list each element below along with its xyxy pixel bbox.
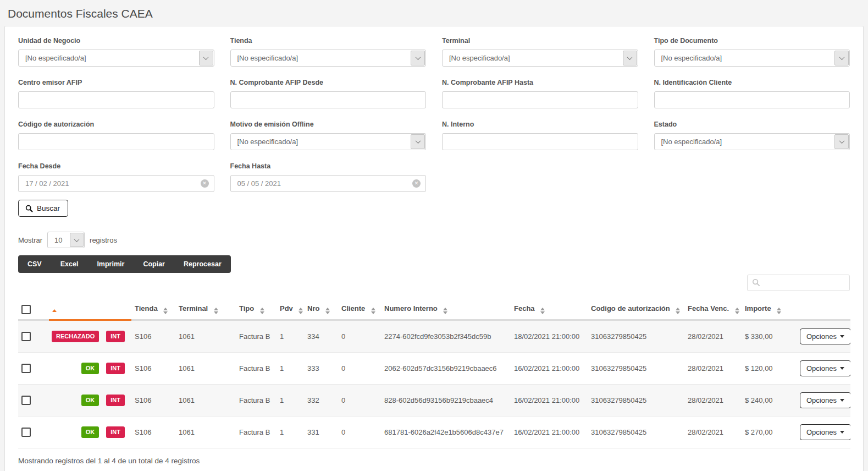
terminal-select[interactable]: [No especificado/a] xyxy=(442,50,638,67)
filter-label: N. Comprobante AFIP Desde xyxy=(230,79,427,86)
column-header-fecha-venc[interactable]: Fecha Venc. xyxy=(684,301,742,320)
cell-importe: $ 330,00 xyxy=(742,320,797,353)
motivo-offline-select[interactable]: [No especificado/a] xyxy=(230,133,427,150)
comprobante-hasta-input[interactable] xyxy=(442,91,638,108)
buscar-button[interactable]: Buscar xyxy=(18,200,68,217)
cell-terminal: 1061 xyxy=(175,320,236,353)
filter-label: Tienda xyxy=(230,37,427,45)
cell-fecha-venc: 28/02/2021 xyxy=(684,320,742,353)
cell-cliente: 0 xyxy=(338,353,381,385)
copiar-button[interactable]: Copiar xyxy=(134,255,174,273)
filter-label: Estado xyxy=(654,121,850,128)
filter-label: N. Interno xyxy=(442,121,638,128)
row-checkbox[interactable] xyxy=(21,332,31,341)
column-header-cliente[interactable]: Cliente xyxy=(338,301,381,320)
chevron-down-icon xyxy=(623,51,637,65)
column-label: Tipo xyxy=(239,304,254,313)
column-label: Codigo de autorización xyxy=(591,304,670,313)
cell-numero-interno: 2274-602fcd9fe3053b2f345dc59b xyxy=(381,320,511,353)
cell-nro: 332 xyxy=(304,385,338,417)
opciones-label: Opciones xyxy=(806,428,837,436)
imprimir-button[interactable]: Imprimir xyxy=(87,255,134,273)
table-row: OK INT S106 1061 Factura B 1 332 0 828-6… xyxy=(18,385,850,417)
caret-down-icon xyxy=(840,335,844,338)
cell-pdv: 1 xyxy=(277,385,304,417)
cell-tipo: Factura B xyxy=(236,320,277,353)
sort-icon xyxy=(298,308,303,314)
opciones-button[interactable]: Opciones xyxy=(800,360,850,376)
buscar-label: Buscar xyxy=(37,204,60,212)
cell-cliente: 0 xyxy=(338,320,381,353)
filter-estado: Estado [No especificado/a] xyxy=(654,121,850,150)
column-label: Pdv xyxy=(280,304,293,313)
opciones-button[interactable]: Opciones xyxy=(800,328,850,344)
cell-fecha-venc: 28/02/2021 xyxy=(684,353,742,385)
filter-label: N. Comprobante AFIP Hasta xyxy=(442,79,638,86)
table-search-input[interactable] xyxy=(747,275,850,291)
clear-date-icon[interactable]: ✕ xyxy=(412,179,421,188)
filter-tipo-documento: Tipo de Documento [No especificado/a] xyxy=(654,37,850,67)
column-header-codigo[interactable]: Codigo de autorización xyxy=(588,301,684,320)
length-suffix: registros xyxy=(90,236,117,244)
cell-importe: $ 240,00 xyxy=(742,385,797,417)
filter-comprobante-hasta: N. Comprobante AFIP Hasta xyxy=(442,79,638,108)
sort-icon xyxy=(260,308,264,314)
clear-date-icon[interactable]: ✕ xyxy=(201,179,209,188)
chevron-down-icon xyxy=(199,51,213,65)
select-all-checkbox[interactable] xyxy=(21,305,31,314)
select-value: [No especificado/a] xyxy=(231,138,411,146)
filter-label: Terminal xyxy=(442,37,638,45)
cell-fecha-venc: 28/02/2021 xyxy=(684,417,742,448)
column-header-pdv[interactable]: Pdv xyxy=(277,301,304,320)
origin-badge: INT xyxy=(106,426,125,438)
chevron-down-icon xyxy=(834,134,849,149)
fecha-desde-input[interactable] xyxy=(18,175,214,192)
column-label: Fecha xyxy=(514,304,535,313)
cell-nro: 331 xyxy=(304,417,338,448)
identificacion-cliente-input[interactable] xyxy=(654,91,850,108)
column-label: Fecha Venc. xyxy=(688,304,729,313)
caret-down-icon xyxy=(840,431,844,434)
column-header-status[interactable] xyxy=(49,301,131,320)
estado-select[interactable]: [No especificado/a] xyxy=(654,133,850,150)
cell-pdv: 1 xyxy=(277,417,304,448)
unidad-negocio-select[interactable]: [No especificado/a] xyxy=(18,50,214,67)
fecha-hasta-input[interactable] xyxy=(230,175,427,192)
interno-input[interactable] xyxy=(442,133,638,150)
comprobante-desde-input[interactable] xyxy=(230,91,427,108)
column-header-numero-interno[interactable]: Numero Interno xyxy=(381,301,511,320)
origin-badge: INT xyxy=(106,395,125,406)
column-header-terminal[interactable]: Terminal xyxy=(175,301,236,320)
column-header-tipo[interactable]: Tipo xyxy=(236,301,277,320)
opciones-button[interactable]: Opciones xyxy=(800,424,850,440)
cell-codigo: 31063279850425 xyxy=(588,353,684,385)
cell-cliente: 0 xyxy=(338,417,381,448)
column-header-tienda[interactable]: Tienda xyxy=(131,301,175,320)
chevron-down-icon xyxy=(834,51,849,65)
column-header-importe[interactable]: Importe xyxy=(742,301,797,320)
page-length-select[interactable]: 10 xyxy=(47,232,85,248)
cell-tienda: S106 xyxy=(131,385,175,417)
sort-icon xyxy=(676,308,680,314)
csv-button[interactable]: CSV xyxy=(18,255,51,273)
excel-button[interactable]: Excel xyxy=(51,255,88,273)
cell-tienda: S106 xyxy=(131,320,175,353)
reprocesar-button[interactable]: Reprocesar xyxy=(174,255,231,273)
select-value: 10 xyxy=(48,236,69,244)
row-checkbox[interactable] xyxy=(21,364,31,373)
column-header-fecha[interactable]: Fecha xyxy=(511,301,588,320)
row-checkbox[interactable] xyxy=(21,428,31,437)
tienda-select[interactable]: [No especificado/a] xyxy=(230,50,427,67)
centro-emisor-input[interactable] xyxy=(18,91,214,108)
sort-icon xyxy=(540,308,545,314)
status-badge: RECHAZADO xyxy=(52,331,99,342)
row-checkbox[interactable] xyxy=(21,396,31,405)
opciones-button[interactable]: Opciones xyxy=(800,392,850,408)
codigo-autorizacion-input[interactable] xyxy=(18,133,214,150)
tipo-documento-select[interactable]: [No especificado/a] xyxy=(654,50,850,67)
sort-icon xyxy=(214,308,218,314)
column-header-nro[interactable]: Nro xyxy=(304,301,338,320)
cell-tienda: S106 xyxy=(131,417,175,448)
sort-asc-icon xyxy=(52,309,57,312)
filter-label: Fecha Desde xyxy=(18,162,214,170)
